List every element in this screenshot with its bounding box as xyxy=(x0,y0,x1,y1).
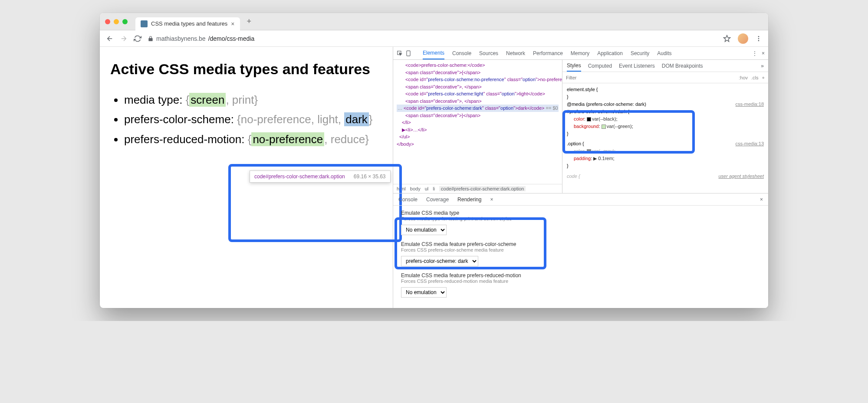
forward-button[interactable] xyxy=(120,35,128,43)
devtools-menu-icon[interactable]: ⋮ xyxy=(752,50,757,56)
elements-pane: <code>prefers-color-scheme:</code> <span… xyxy=(393,60,562,193)
styles-filter-input[interactable] xyxy=(566,75,735,80)
close-rendering-icon[interactable]: × xyxy=(490,197,493,203)
styles-filter-bar: :hov .cls + xyxy=(562,72,768,83)
list-item: media type: {screen, print} xyxy=(124,90,382,110)
reload-button[interactable] xyxy=(134,35,141,43)
source-link[interactable]: css-media:13 xyxy=(736,140,764,147)
tab-computed[interactable]: Computed xyxy=(588,63,612,69)
styles-pane: Styles Computed Event Listeners DOM Brea… xyxy=(562,60,768,193)
browser-window: CSS media types and features × + mathias… xyxy=(100,13,768,308)
tab-network[interactable]: Network xyxy=(506,50,525,56)
tab-elements[interactable]: Elements xyxy=(423,50,444,59)
add-rule-icon[interactable]: + xyxy=(762,75,765,80)
selected-dom-node[interactable]: … <code id="prefers-color-scheme:dark" c… xyxy=(397,105,559,112)
profile-avatar[interactable] xyxy=(738,33,748,44)
tab-console[interactable]: Console xyxy=(398,197,418,203)
tab-coverage[interactable]: Coverage xyxy=(426,197,449,203)
color-scheme-select[interactable]: prefers-color-scheme: dark xyxy=(401,256,478,266)
inspect-icon[interactable] xyxy=(397,50,403,56)
close-window-button[interactable] xyxy=(105,19,110,24)
tab-styles[interactable]: Styles xyxy=(567,62,581,72)
active-value: no-preference xyxy=(251,132,324,146)
color-swatch-icon[interactable] xyxy=(602,125,606,129)
list-item: prefers-color-scheme: {no-preference, li… xyxy=(124,110,382,130)
favicon-icon xyxy=(141,20,148,27)
star-icon[interactable] xyxy=(723,35,731,43)
devtools-panel: Elements Console Sources Network Perform… xyxy=(393,47,768,308)
browser-tab[interactable]: CSS media types and features × xyxy=(135,17,240,30)
tab-console[interactable]: Console xyxy=(452,50,471,56)
tab-rendering[interactable]: Rendering xyxy=(457,197,481,203)
close-tab-icon[interactable]: × xyxy=(231,20,234,27)
svg-rect-4 xyxy=(407,51,410,56)
devtools-drawer: Console Coverage Rendering × × Emulate C… xyxy=(393,193,768,308)
tab-title: CSS media types and features xyxy=(151,20,227,27)
tooltip-selector: code#prefers-color-scheme:dark.option xyxy=(254,174,345,180)
css-rules[interactable]: element.style { } css-media:18 @media (p… xyxy=(562,83,768,183)
reduced-motion-select[interactable]: No emulation xyxy=(401,287,447,298)
tab-security[interactable]: Security xyxy=(631,50,649,56)
lock-icon xyxy=(148,36,154,42)
hov-toggle[interactable]: :hov xyxy=(739,75,748,80)
close-drawer-icon[interactable]: × xyxy=(760,197,763,203)
dom-breadcrumb[interactable]: html body ul li code#prefers-color-schem… xyxy=(393,184,562,193)
source-link: user agent stylesheet xyxy=(718,173,764,180)
tab-memory[interactable]: Memory xyxy=(571,50,589,56)
media-type-select[interactable]: No emulation xyxy=(401,225,447,235)
inspect-tooltip: code#prefers-color-scheme:dark.option 69… xyxy=(250,170,391,183)
traffic-lights xyxy=(105,19,128,24)
content-area: Active CSS media types and features medi… xyxy=(100,47,768,308)
color-swatch-icon[interactable] xyxy=(587,149,591,154)
drawer-tabs: Console Coverage Rendering × × xyxy=(393,193,768,206)
styles-tabs: Styles Computed Event Listeners DOM Brea… xyxy=(562,60,768,72)
tab-performance[interactable]: Performance xyxy=(533,50,563,56)
url-host: mathiasbynens.be xyxy=(156,35,206,42)
url-field[interactable]: mathiasbynens.be/demo/css-media xyxy=(148,35,717,42)
source-link[interactable]: css-media:18 xyxy=(736,101,764,108)
tab-eventlisteners[interactable]: Event Listeners xyxy=(619,63,655,69)
inspected-value: dark xyxy=(344,112,369,126)
tooltip-dimensions: 69.16 × 35.63 xyxy=(354,174,386,180)
more-icon[interactable]: » xyxy=(761,63,764,69)
new-tab-button[interactable]: + xyxy=(247,17,252,26)
list-item: prefers-reduced-motion: {no-preference, … xyxy=(124,130,382,150)
svg-point-0 xyxy=(758,36,760,37)
titlebar: CSS media types and features × + xyxy=(100,13,768,30)
tab-application[interactable]: Application xyxy=(597,50,623,56)
feature-list: media type: {screen, print} prefers-colo… xyxy=(110,90,382,150)
maximize-window-button[interactable] xyxy=(122,19,128,24)
devtools-tabs: Elements Console Sources Network Perform… xyxy=(393,47,768,60)
back-button[interactable] xyxy=(106,35,114,43)
svg-point-1 xyxy=(758,38,760,39)
devtools-close-icon[interactable]: × xyxy=(762,50,765,56)
menu-icon[interactable] xyxy=(755,35,762,42)
tab-audits[interactable]: Audits xyxy=(657,50,671,56)
minimize-window-button[interactable] xyxy=(114,19,119,24)
cls-toggle[interactable]: .cls xyxy=(751,75,759,80)
dom-tree[interactable]: <code>prefers-color-scheme:</code> <span… xyxy=(393,60,562,184)
tab-dombreakpoints[interactable]: DOM Breakpoints xyxy=(662,63,703,69)
address-bar: mathiasbynens.be/demo/css-media xyxy=(100,30,768,47)
url-path: /demo/css-media xyxy=(208,35,255,42)
device-icon[interactable] xyxy=(405,50,411,56)
active-value: screen xyxy=(189,93,226,107)
color-swatch-icon[interactable] xyxy=(587,117,591,121)
page-content: Active CSS media types and features medi… xyxy=(100,47,393,308)
rendering-panel: Emulate CSS media type Forces media type… xyxy=(393,206,768,308)
page-heading: Active CSS media types and features xyxy=(110,59,382,80)
svg-point-2 xyxy=(758,40,760,41)
tab-sources[interactable]: Sources xyxy=(479,50,498,56)
